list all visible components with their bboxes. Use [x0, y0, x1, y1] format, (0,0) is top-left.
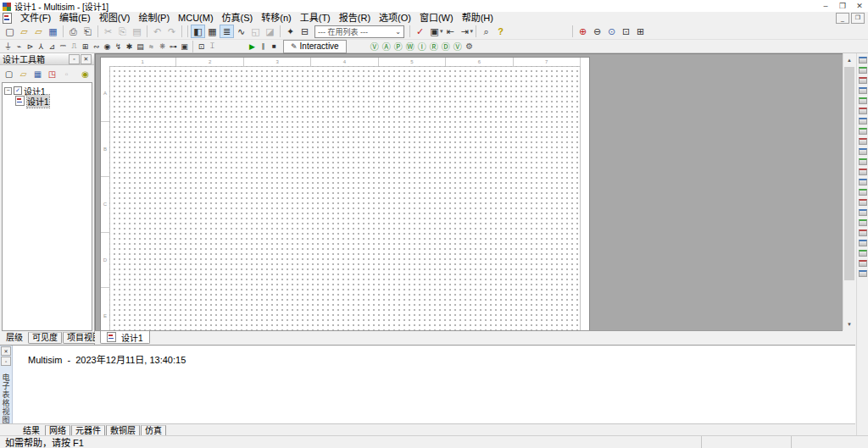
new-file-button[interactable]: ▢ — [3, 25, 17, 38]
menu-tools[interactable]: 工具(T) — [296, 12, 335, 24]
close-design-button[interactable]: ◳ — [46, 68, 58, 80]
differential-voltage-probe-button[interactable]: Ⓦ — [404, 41, 416, 52]
zoom-out-button[interactable]: ⊖ — [590, 25, 604, 38]
save-button[interactable]: ▦ — [46, 25, 60, 38]
wattmeter-icon[interactable] — [859, 77, 867, 84]
tab-hierarchy[interactable]: 层级 — [2, 332, 27, 344]
scroll-down-button[interactable]: ▼ — [843, 318, 855, 330]
menu-mcu[interactable]: MCU(M) — [174, 12, 218, 24]
menu-edit[interactable]: 编辑(E) — [55, 12, 95, 24]
find-button[interactable]: ⌕ — [479, 25, 493, 38]
toggle-design-toolbox-button[interactable]: ◧ — [191, 25, 205, 38]
spreadsheet-close-button[interactable]: ✕ — [1, 346, 11, 356]
zoom-100-button[interactable]: ⊙ — [604, 25, 619, 38]
multimeter-icon[interactable] — [859, 57, 867, 64]
interactive-simulation-button[interactable]: ✎ Interactive — [283, 40, 347, 53]
spreadsheet-pin-button[interactable]: ▫ — [1, 357, 11, 366]
open-design-button[interactable]: ▱ — [17, 68, 30, 80]
toggle-view-button[interactable]: ◉ — [79, 68, 92, 80]
pause-simulation-button[interactable]: ∥ — [258, 41, 269, 52]
digital-probe-button[interactable]: Ⓓ — [440, 41, 452, 52]
tektronix-oscilloscope-icon[interactable] — [859, 230, 867, 236]
tree-checkbox[interactable]: ✓ — [14, 86, 22, 95]
function-generator-icon[interactable] — [859, 67, 867, 74]
labview-instrument-icon[interactable] — [859, 240, 867, 246]
rename-design-button[interactable]: ▫ — [60, 68, 73, 80]
place-bus-button[interactable]: ⌶ — [207, 41, 218, 52]
design-tree[interactable]: − ✓ 设计1 设计1 — [2, 82, 92, 331]
place-advanced-peripherals-button[interactable]: ▤ — [135, 41, 146, 52]
iv-analyzer-icon[interactable] — [859, 158, 867, 165]
close-button[interactable]: ✕ — [851, 0, 868, 12]
voltage-reference-probe-button[interactable]: Ⓡ — [428, 41, 440, 52]
help-button[interactable]: ? — [493, 25, 508, 38]
place-basic-button[interactable]: ⌁ — [14, 41, 25, 52]
schematic-grid[interactable] — [109, 66, 581, 330]
place-diode-button[interactable]: ⊳ — [25, 41, 36, 52]
schematic-canvas[interactable]: 1 2 3 4 5 6 7 A B C D E — [95, 53, 843, 330]
place-rf-button[interactable]: ≈ — [146, 41, 157, 52]
back-annotate-button[interactable]: ⇤ — [443, 25, 458, 38]
bode-plotter-icon[interactable] — [859, 108, 867, 114]
toggle-spreadsheet-view-button[interactable]: ≣ — [220, 25, 234, 38]
child-minimize-button[interactable]: _ — [836, 13, 849, 24]
save-design-button[interactable]: ▦ — [31, 68, 44, 80]
menu-help[interactable]: 帮助(H) — [458, 12, 498, 24]
postprocessor-button[interactable]: ◱ — [248, 25, 263, 38]
logic-analyzer-icon[interactable] — [859, 148, 867, 155]
tab-visibility[interactable]: 可见度 — [28, 332, 62, 344]
place-misc-digital-button[interactable]: ⊞ — [80, 41, 91, 52]
zoom-in-button[interactable]: ⊕ — [576, 25, 590, 38]
undo-button[interactable]: ↶ — [150, 25, 164, 38]
zoom-area-button[interactable]: ⊡ — [619, 25, 633, 38]
scroll-up-button[interactable]: ▲ — [843, 53, 855, 66]
results-view[interactable]: Multisim - 2023年12月11日, 13:40:15 — [13, 346, 855, 423]
place-misc-button[interactable]: ✱ — [124, 41, 135, 52]
voltage-probe-button[interactable]: Ⓥ — [369, 41, 381, 52]
menu-options[interactable]: 选项(O) — [375, 12, 415, 24]
place-cmos-button[interactable]: ⎍ — [69, 41, 80, 52]
voltage-current-probe-button[interactable]: Ⓘ — [416, 41, 428, 52]
place-analog-button[interactable]: ⊿ — [47, 41, 58, 52]
menu-file[interactable]: 文件(F) — [16, 12, 55, 24]
parent-sheet-button[interactable]: ◪ — [263, 25, 277, 38]
four-channel-oscilloscope-icon[interactable] — [859, 97, 867, 104]
instrument-icon[interactable] — [859, 270, 867, 277]
component-wizard-button[interactable]: ✦ — [283, 25, 298, 38]
in-use-list-dropdown[interactable]: --- 在用列表 --- ⌄ — [314, 25, 404, 38]
network-analyzer-icon[interactable] — [859, 189, 867, 196]
canvas-vertical-scrollbar[interactable]: ▲ ▼ — [843, 53, 855, 330]
new-design-button[interactable]: ▢ — [3, 68, 15, 80]
instrument-icon[interactable] — [859, 260, 867, 267]
place-hierarchical-block-button[interactable]: ⊡ — [196, 41, 207, 52]
print-button[interactable]: ⎙ — [66, 25, 81, 38]
current-clamp-icon[interactable] — [859, 250, 867, 257]
erc-check-button[interactable]: ✓ — [413, 25, 427, 38]
tree-child-row[interactable]: 设计1 — [4, 96, 90, 106]
open-file-button[interactable]: ▱ — [17, 25, 31, 38]
instantaneous-probe-button[interactable]: Ⓥ — [452, 41, 464, 52]
agilent-oscilloscope-icon[interactable] — [859, 219, 867, 226]
child-restore-button[interactable]: ❐ — [851, 13, 865, 24]
agilent-function-generator-icon[interactable] — [859, 199, 867, 206]
menu-view[interactable]: 视图(V) — [95, 12, 135, 24]
spectrum-analyzer-icon[interactable] — [859, 179, 867, 185]
tree-expander-icon[interactable]: − — [4, 87, 12, 95]
place-mixed-button[interactable]: ∾ — [91, 41, 102, 52]
copy-button[interactable]: ⎘ — [115, 25, 130, 38]
menu-place[interactable]: 绘制(P) — [134, 12, 174, 24]
panel-close-button[interactable]: ✕ — [81, 54, 92, 64]
menu-simulate[interactable]: 仿真(S) — [218, 12, 258, 24]
log-entry[interactable]: Multisim - 2023年12月11日, 13:40:15 — [28, 352, 186, 366]
scrollbar-thumb[interactable] — [844, 67, 854, 280]
oscilloscope-icon[interactable] — [859, 87, 867, 94]
print-preview-button[interactable]: ⎗ — [81, 25, 95, 38]
menu-transfer[interactable]: 转移(n) — [257, 12, 295, 24]
maximize-button[interactable]: ❐ — [834, 0, 851, 12]
cut-button[interactable]: ✂ — [101, 25, 115, 38]
run-simulation-button[interactable]: ▶ — [247, 41, 258, 52]
minimize-button[interactable]: – — [817, 0, 834, 12]
probe-settings-button[interactable]: ⚙ — [464, 41, 476, 52]
word-generator-icon[interactable] — [859, 128, 867, 135]
panel-float-button[interactable]: ▫ — [69, 54, 80, 64]
